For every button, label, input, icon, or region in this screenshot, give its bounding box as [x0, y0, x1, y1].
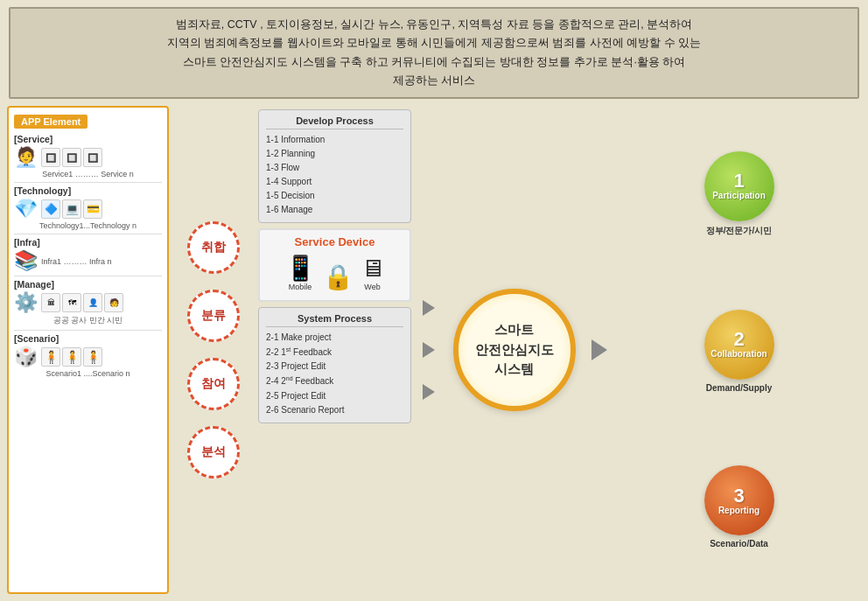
develop-item-4: 1-4 Support: [266, 175, 403, 189]
collaboration-sublabel: Demand/Supply: [706, 383, 773, 393]
outcomes-area: 1 Participation 정부/전문가/시민 2 Collaboratio…: [617, 106, 861, 594]
develop-item-3: 1-3 Flow: [266, 161, 403, 175]
infra-main-icon: 📚: [14, 249, 38, 272]
app-element-box: APP Element [Service] 🧑‍💼 🔲 🔲 🔲 Service1…: [7, 106, 169, 594]
service-title: [Service]: [14, 134, 162, 144]
web-icon: 🖥: [360, 254, 385, 283]
divider-2: [14, 234, 162, 234]
right-arrow: [592, 339, 607, 360]
system-item-2: 2-2 1st Feedback: [266, 345, 403, 360]
smart-circle-line3: 시스템: [475, 360, 554, 380]
technology-section: [Technology] 💎 🔷 💻 💳 Technology1...Techn…: [14, 185, 162, 230]
mobile-icon: 📱: [285, 254, 316, 283]
service-icons: 🔲 🔲 🔲: [41, 148, 102, 167]
circle-button-participate[interactable]: 참여: [187, 358, 240, 410]
participation-circle: 1 Participation: [704, 151, 774, 221]
manage-icon-3: 👤: [83, 293, 102, 312]
develop-process-box: Develop Process 1-1 Information 1-2 Plan…: [258, 109, 411, 223]
develop-item-2: 1-2 Planning: [266, 147, 403, 161]
arrow-to-outcomes: [587, 106, 612, 594]
smart-circle-line1: 스마트: [475, 320, 554, 340]
middle-circles-area: 취합 분류 참여 분석: [174, 106, 253, 594]
system-item-1: 2-1 Make project: [266, 331, 403, 345]
system-process-title: System Process: [266, 313, 403, 327]
service-device-box: Service Device 📱 Mobile 🔒 🖥 Web: [258, 228, 411, 302]
outcome-reporting: 3 Reporting Scenario/Data: [704, 465, 774, 549]
service-main-icon: 🧑‍💼: [14, 146, 38, 169]
technology-title: [Technology]: [14, 185, 162, 196]
system-item-4: 2-4 2nd Feedback: [266, 374, 403, 388]
develop-process-title: Develop Process: [266, 115, 403, 129]
scenario-icon-1: 🧍: [41, 347, 60, 367]
app-element-label: APP Element: [14, 115, 88, 129]
process-area: Develop Process 1-1 Information 1-2 Plan…: [258, 106, 411, 594]
web-label: Web: [364, 283, 380, 291]
service-icon-3: 🔲: [83, 148, 102, 167]
service-icon-2: 🔲: [62, 148, 81, 167]
circle-label-collection: 취합: [201, 240, 226, 255]
scenario-label: Scenario1 ....Scenario n: [14, 369, 162, 378]
system-item-3: 2-3 Project Edit: [266, 360, 403, 374]
participation-sublabel: 정부/전문가/시민: [706, 225, 773, 237]
scenario-main-icon: 🎲: [14, 346, 38, 368]
mobile-label: Mobile: [289, 283, 312, 291]
collaboration-num: 2: [733, 330, 744, 349]
system-item-5: 2-5 Project Edit: [266, 389, 403, 403]
lock-device: 🔒: [323, 262, 354, 291]
arrow-1: [423, 300, 435, 316]
infra-section: [Infra] 📚 Infra1 ……… Infra n: [14, 237, 162, 272]
content-area: APP Element [Service] 🧑‍💼 🔲 🔲 🔲 Service1…: [0, 104, 868, 601]
outcome-collaboration: 2 Collaboration Demand/Supply: [704, 310, 774, 393]
manage-title: [Manage]: [14, 279, 162, 290]
circle-label-participate: 참여: [201, 376, 226, 392]
reporting-circle: 3 Reporting: [704, 465, 774, 535]
web-device: 🖥 Web: [360, 254, 385, 291]
service-device-icons: 📱 Mobile 🔒 🖥 Web: [267, 254, 402, 291]
tech-icon-1: 🔷: [41, 199, 60, 219]
circle-button-classify[interactable]: 분류: [187, 290, 240, 342]
circle-button-collection[interactable]: 취합: [187, 221, 240, 274]
top-description: 범죄자료, CCTV , 토지이용정보, 실시간 뉴스, 유동인구, 지역특성 …: [9, 7, 859, 99]
collaboration-circle: 2 Collaboration: [704, 310, 774, 380]
scenario-section: [Scenario] 🎲 🧍 🧍 🧍 Scenario1 ....Scenari…: [14, 333, 162, 378]
description-text: 범죄자료, CCTV , 토지이용정보, 실시간 뉴스, 유동인구, 지역특성 …: [167, 18, 701, 87]
circle-button-analyze[interactable]: 분석: [187, 426, 240, 479]
infra-label: Infra1 ……… Infra n: [41, 257, 112, 266]
scenario-title: [Scenario]: [14, 333, 162, 344]
participation-label: Participation: [712, 191, 766, 200]
smart-circle-line2: 안전안심지도: [475, 340, 554, 360]
tech-icon-3: 💳: [83, 199, 102, 219]
arrow-3: [423, 384, 435, 400]
manage-label: 공공 공사 민간 시민: [14, 315, 162, 326]
main-container: 범죄자료, CCTV , 토지이용정보, 실시간 뉴스, 유동인구, 지역특성 …: [0, 0, 868, 601]
arrow-2: [423, 342, 435, 358]
circle-label-analyze: 분석: [201, 444, 226, 460]
manage-icon-2: 🗺: [62, 293, 81, 312]
develop-process-items: 1-1 Information 1-2 Planning 1-3 Flow 1-…: [266, 133, 403, 217]
manage-icons: 🏛 🗺 👤 🧑: [41, 293, 123, 312]
circle-label-classify: 분류: [201, 308, 226, 324]
manage-main-icon: ⚙️: [14, 291, 38, 314]
manage-icon-1: 🏛: [41, 293, 60, 312]
tech-icon-2: 💻: [62, 199, 81, 219]
center-area: 스마트 안전안심지도 시스템: [446, 106, 582, 594]
develop-item-1: 1-1 Information: [266, 133, 403, 147]
scenario-icons: 🧍 🧍 🧍: [41, 347, 102, 367]
technology-icons: 🔷 💻 💳: [41, 199, 102, 219]
manage-section: [Manage] ⚙️ 🏛 🗺 👤 🧑 공공 공사 민간 시민: [14, 279, 162, 326]
collaboration-label: Collaboration: [710, 349, 766, 359]
service-device-title: Service Device: [267, 235, 402, 248]
arrow-to-center: [416, 106, 441, 594]
technology-label: Technology1...Technology n: [14, 221, 162, 230]
outcome-participation: 1 Participation 정부/전문가/시민: [704, 151, 774, 237]
reporting-num: 3: [733, 486, 744, 506]
service-section: [Service] 🧑‍💼 🔲 🔲 🔲 Service1 ……… Service…: [14, 134, 162, 178]
participation-num: 1: [733, 171, 744, 191]
system-process-items: 2-1 Make project 2-2 1st Feedback 2-3 Pr…: [266, 331, 403, 417]
reporting-label: Reporting: [718, 506, 760, 515]
technology-main-icon: 💎: [14, 198, 38, 220]
develop-item-5: 1-5 Decision: [266, 189, 403, 203]
lock-icon: 🔒: [323, 262, 354, 291]
scenario-icon-3: 🧍: [83, 347, 102, 367]
reporting-sublabel: Scenario/Data: [710, 539, 768, 549]
